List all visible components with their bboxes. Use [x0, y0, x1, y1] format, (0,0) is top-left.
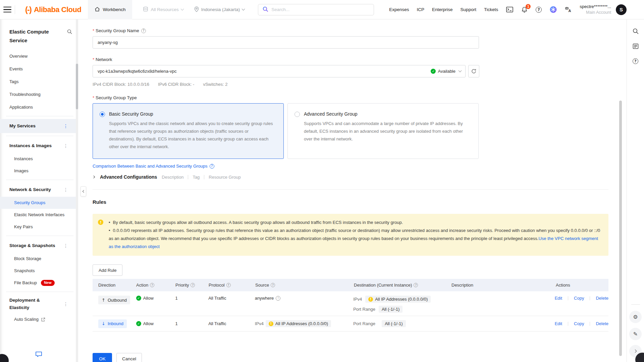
nav-support[interactable]: Support — [461, 7, 476, 12]
comparison-link[interactable]: Comparison Between Basic and Advanced Se… — [93, 164, 208, 169]
sidebar-item-auto-scaling[interactable]: Auto Scaling — [0, 313, 78, 325]
sidebar-item-elastic-network-interfaces[interactable]: Elastic Network Interfaces — [0, 209, 78, 221]
rail-divider — [631, 304, 640, 305]
tab-resource-group[interactable]: Resource Group — [209, 175, 240, 180]
language-switch-icon[interactable]: A — [565, 6, 572, 13]
refresh-network-button[interactable] — [468, 65, 479, 77]
delete-rule-link[interactable]: Delete — [596, 321, 608, 326]
rail-docs-icon[interactable] — [633, 43, 639, 49]
kebab-menu-icon[interactable]: ⋮ — [63, 187, 68, 192]
global-search[interactable] — [258, 4, 374, 15]
ai-assistant-icon[interactable] — [550, 6, 557, 13]
edit-pencil-icon[interactable]: ✎ — [629, 328, 642, 340]
sidebar-item-images[interactable]: Images — [0, 165, 78, 177]
copy-rule-link[interactable]: Copy — [574, 296, 584, 301]
sidebar-item-key-pairs[interactable]: Key Pairs — [0, 221, 78, 233]
create-security-group-form: Security Group Name ? Network vpc-k1a3wr… — [93, 19, 608, 362]
sidebar-item-file-backup[interactable]: File Backup New — [0, 277, 78, 289]
sidebar-scrollbar-thumb[interactable] — [76, 64, 78, 109]
resources-stack-icon — [143, 6, 148, 13]
sidebar-collapse-handle[interactable] — [80, 186, 86, 196]
sidebar-group-network-security[interactable]: Network & Security ⋮ — [0, 183, 78, 197]
workbench-label: Workbench — [103, 7, 125, 12]
cancel-button[interactable]: Cancel — [116, 353, 142, 362]
help-icon[interactable]: ? — [536, 7, 542, 13]
advanced-security-group-card[interactable]: Advanced Security Group Supports VPCs an… — [287, 103, 479, 159]
sidebar-group-my-services[interactable]: My Services ⋮ — [0, 119, 78, 133]
kebab-menu-icon[interactable]: ⋮ — [63, 243, 68, 248]
feedback-chat-icon[interactable] — [35, 351, 42, 359]
sidebar-item-instances[interactable]: Instances — [0, 153, 78, 165]
ok-button[interactable]: OK — [93, 353, 112, 362]
network-select[interactable]: vpc-k1a3wrwpsfkqtw6c6zx8d/helena-vpc ✓ A… — [93, 65, 466, 77]
nav-icp[interactable]: ICP — [417, 7, 425, 12]
sidebar-item-block-storage[interactable]: Block Storage — [0, 253, 78, 265]
new-badge: New — [41, 280, 55, 286]
rail-help-icon[interactable]: ? — [633, 58, 638, 64]
sidebar-scrollbar-track[interactable] — [76, 19, 78, 362]
sidebar-nav: Overview Events Tags Troubleshooting App… — [0, 50, 78, 325]
rail-search-icon[interactable] — [633, 28, 639, 34]
security-group-name-input[interactable] — [93, 36, 479, 49]
tab-workbench[interactable]: Workbench — [88, 0, 132, 19]
page-scrollbar-thumb[interactable] — [619, 101, 622, 356]
radio-unselected-icon[interactable] — [294, 112, 300, 117]
sidebar-item-applications[interactable]: Applications — [0, 101, 78, 113]
dest-port-badge: All (-1/-1) — [379, 306, 402, 313]
info-warning-icon[interactable]: ! — [276, 296, 280, 301]
sidebar-search-icon[interactable] — [67, 29, 72, 35]
help-question-icon[interactable]: ? — [210, 164, 214, 169]
basic-security-group-card[interactable]: Basic Security Group Supports VPCs and t… — [93, 103, 284, 159]
region-selector[interactable]: Indonesia (Jakarta) — [194, 6, 245, 13]
chevron-left-icon — [82, 190, 85, 193]
help-question-icon[interactable]: ? — [141, 28, 146, 33]
all-resources-dropdown[interactable]: All Resources — [143, 6, 183, 13]
help-question-icon[interactable]: ? — [226, 283, 231, 287]
edit-rule-link[interactable]: Edit — [555, 296, 562, 301]
help-question-icon[interactable]: ? — [150, 283, 154, 287]
sidebar-item-overview[interactable]: Overview — [0, 50, 78, 62]
arrow-up-icon: ↑ — [102, 298, 105, 303]
account-menu[interactable]: spectre********... Main Account — [580, 4, 611, 15]
topbar: (-) Alibaba Cloud Workbench All Resource… — [0, 0, 644, 19]
settings-gear-icon[interactable]: ⚙ — [629, 311, 642, 323]
ipv4-cidr: IPv4 CIDR Block: 10.0.0.0/16 — [93, 82, 149, 87]
help-question-icon[interactable]: ? — [271, 283, 275, 287]
nav-tickets[interactable]: Tickets — [484, 7, 498, 12]
sidebar-item-snapshots[interactable]: Snapshots — [0, 265, 78, 277]
copy-rule-link[interactable]: Copy — [574, 321, 584, 326]
tab-description[interactable]: Description — [162, 175, 183, 180]
sidebar-item-events[interactable]: Events — [0, 62, 78, 75]
chevron-right-icon[interactable] — [92, 176, 95, 178]
radio-selected-icon[interactable] — [100, 112, 105, 117]
nav-expenses[interactable]: Expenses — [389, 7, 409, 12]
floating-widget-partial[interactable] — [0, 354, 9, 362]
brand-name: Alibaba Cloud — [34, 5, 81, 14]
nav-enterprise[interactable]: Enterprise — [432, 7, 453, 12]
tab-tag[interactable]: Tag — [193, 175, 200, 180]
sidebar-group-storage-snapshots[interactable]: Storage & Snapshots ⋮ — [0, 239, 78, 253]
security-group-name-label: Security Group Name — [93, 28, 139, 33]
advanced-configurations-toggle[interactable]: Advanced Configurations — [100, 174, 157, 180]
alibaba-cloud-logo[interactable]: (-) Alibaba Cloud — [19, 5, 88, 14]
kebab-menu-icon[interactable]: ⋮ — [63, 143, 68, 148]
help-question-icon[interactable]: ? — [191, 283, 195, 287]
notifications-bell-icon[interactable]: 1 — [521, 6, 528, 13]
kebab-menu-icon[interactable]: ⋮ — [63, 301, 68, 307]
sidebar-item-security-groups[interactable]: Security Groups — [0, 197, 78, 209]
vswitches-count: vSwitches: 2 — [203, 82, 227, 87]
edit-rule-link[interactable]: Edit — [555, 321, 562, 326]
search-input[interactable] — [271, 7, 370, 12]
kebab-menu-icon[interactable]: ⋮ — [63, 123, 68, 129]
avatar[interactable]: S — [616, 4, 627, 15]
help-question-icon[interactable]: ? — [414, 283, 418, 287]
dest-ip-badge: !All IP Addresses (0.0.0.0/0) — [365, 296, 431, 303]
cloudshell-terminal-icon[interactable] — [506, 7, 513, 12]
sidebar-group-deployment-elasticity[interactable]: Deployment & Elasticity ⋮ — [0, 295, 78, 313]
hamburger-menu-icon[interactable] — [0, 0, 15, 19]
sidebar-group-instances-images[interactable]: Instances & Images ⋮ — [0, 139, 78, 153]
sidebar-item-tags[interactable]: Tags — [0, 75, 78, 88]
delete-rule-link[interactable]: Delete — [596, 296, 608, 301]
sidebar-item-troubleshooting[interactable]: Troubleshooting — [0, 88, 78, 101]
add-rule-button[interactable]: Add Rule — [93, 264, 122, 276]
